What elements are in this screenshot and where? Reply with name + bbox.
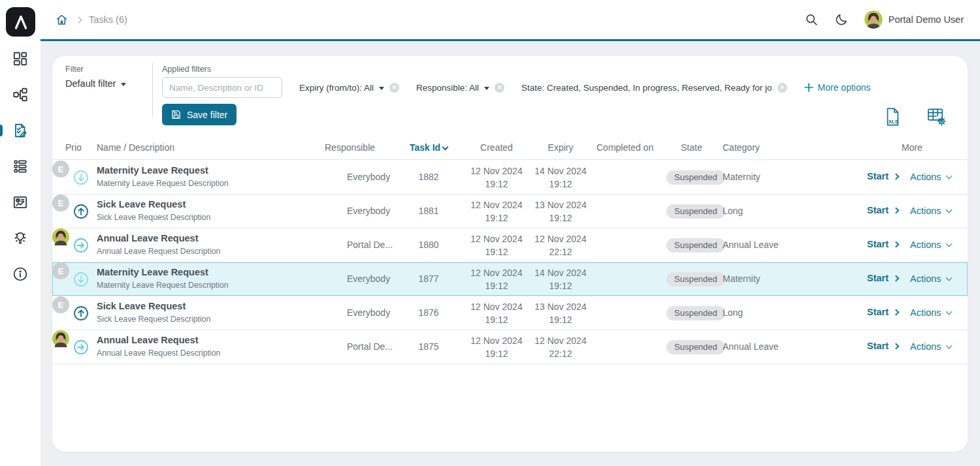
category-label: Long	[723, 206, 743, 216]
save-filter-button[interactable]: Save filter	[162, 104, 237, 125]
actions-button[interactable]: Actions	[910, 240, 951, 250]
expiry-date-line2: 19:12	[528, 313, 593, 326]
created-date-line1: 12 Nov 2024	[464, 198, 529, 211]
search-input[interactable]	[162, 77, 282, 98]
responsible-name: Everybody	[347, 273, 390, 284]
home-breadcrumb-link[interactable]	[55, 13, 69, 27]
column-header-name[interactable]: Name / Description	[97, 142, 174, 153]
expiry-date: 14 Nov 2024 19:12	[528, 266, 593, 292]
column-header-prio[interactable]: Prio	[65, 142, 82, 153]
app-logo[interactable]	[6, 7, 35, 37]
more-options-button[interactable]: More options	[804, 82, 871, 93]
filter-select-dropdown[interactable]: Default filter	[65, 78, 126, 89]
actions-button[interactable]: Actions	[910, 341, 951, 352]
cases-icon	[12, 158, 29, 175]
start-button-label: Start	[867, 171, 889, 181]
applied-filters-label: Applied filters	[162, 65, 211, 74]
task-name: Sick Leave Request	[97, 199, 186, 210]
table-row[interactable]: Annual Leave Request Annual Leave Reques…	[52, 228, 968, 262]
expiry-date: 12 Nov 2024 22:12	[528, 334, 593, 360]
dark-mode-toggle[interactable]	[834, 12, 849, 27]
created-date-line2: 19:12	[464, 211, 529, 225]
svg-text:XLS: XLS	[889, 119, 898, 125]
sidebar-item-processes[interactable]	[0, 85, 41, 103]
actions-button[interactable]: Actions	[910, 307, 951, 318]
export-xls-icon[interactable]: XLS	[883, 106, 902, 127]
state-badge: Suspended	[666, 340, 725, 354]
created-date-line1: 12 Nov 2024	[464, 334, 529, 347]
start-button[interactable]: Start	[867, 205, 898, 215]
filter-chip-expiry[interactable]: Expiry (from/to): All ✕	[299, 83, 399, 93]
remove-filter-icon[interactable]: ✕	[495, 83, 504, 93]
sidebar-item-info[interactable]	[0, 265, 41, 283]
created-date-line1: 12 Nov 2024	[464, 266, 529, 279]
created-date-line2: 19:12	[464, 178, 529, 191]
sidebar-item-tasks[interactable]	[0, 121, 41, 139]
sidebar-item-dashboard[interactable]	[0, 50, 41, 67]
expiry-date-line2: 22:12	[528, 347, 593, 360]
table-row[interactable]: Maternity Leave Request Maternity Leave …	[52, 262, 968, 296]
filter-chip-responsible[interactable]: Responsible: All ✕	[416, 83, 504, 93]
state-badge: Suspended	[666, 306, 725, 320]
table-row[interactable]: Sick Leave Request Sick Leave Request De…	[52, 296, 968, 330]
expiry-date-line2: 19:12	[528, 178, 593, 191]
actions-button[interactable]: Actions	[910, 206, 951, 216]
responsible-name: Everybody	[347, 307, 390, 318]
plus-icon	[804, 83, 813, 92]
actions-button[interactable]: Actions	[910, 273, 951, 284]
column-header-task-id[interactable]: Task Id	[397, 142, 460, 153]
expiry-date-line1: 12 Nov 2024	[528, 232, 593, 245]
sort-descending-icon	[442, 144, 449, 151]
table-row[interactable]: Sick Leave Request Sick Leave Request De…	[52, 194, 968, 228]
start-button-label: Start	[867, 341, 889, 351]
search-icon	[804, 12, 819, 27]
task-table-header: Prio Name / Description Responsible Task…	[52, 137, 968, 160]
table-settings-icon[interactable]	[926, 106, 947, 126]
responsible-name: Everybody	[347, 206, 390, 216]
created-date-line2: 19:12	[464, 313, 529, 326]
start-button-label: Start	[867, 239, 889, 249]
user-menu[interactable]: Portal Demo User	[864, 10, 964, 29]
column-header-category[interactable]: Category	[723, 142, 760, 153]
task-table-body: Maternity Leave Request Maternity Leave …	[52, 161, 968, 364]
topbar: Tasks (6)	[41, 0, 980, 39]
column-header-completed-on[interactable]: Completed on	[596, 142, 653, 153]
remove-filter-icon[interactable]: ✕	[389, 83, 399, 93]
expiry-date-line2: 19:12	[528, 211, 593, 225]
start-button[interactable]: Start	[867, 307, 898, 317]
home-icon	[55, 13, 69, 27]
filter-chip-state[interactable]: State: Created, Suspended, In progress, …	[521, 83, 787, 93]
start-button[interactable]: Start	[867, 273, 898, 283]
column-header-state[interactable]: State	[681, 142, 702, 153]
user-avatar	[864, 10, 883, 29]
sidebar-item-cases[interactable]	[0, 157, 41, 175]
chevron-right-icon	[893, 343, 900, 349]
breadcrumb-separator-icon	[76, 16, 82, 23]
table-row[interactable]: Maternity Leave Request Maternity Leave …	[52, 161, 968, 194]
expiry-date: 14 Nov 2024 19:12	[528, 164, 593, 191]
global-search-button[interactable]	[804, 12, 819, 27]
task-id: 1882	[397, 172, 460, 182]
priority-icon	[73, 305, 89, 321]
header-accent-divider	[41, 39, 980, 41]
sidebar-item-improvements[interactable]	[0, 229, 41, 247]
expiry-date: 13 Nov 2024 19:12	[528, 198, 593, 225]
column-header-responsible[interactable]: Responsible	[325, 142, 375, 153]
sidebar-item-statistics[interactable]	[0, 193, 41, 211]
start-button[interactable]: Start	[867, 171, 898, 181]
actions-button[interactable]: Actions	[910, 172, 951, 182]
created-date: 12 Nov 2024 19:12	[464, 266, 529, 292]
start-button[interactable]: Start	[867, 239, 898, 249]
chevron-right-icon	[893, 275, 900, 281]
created-date: 12 Nov 2024 19:12	[464, 232, 529, 258]
table-row[interactable]: Annual Leave Request Annual Leave Reques…	[52, 330, 968, 364]
column-header-expiry[interactable]: Expiry	[529, 142, 592, 153]
created-date: 12 Nov 2024 19:12	[464, 300, 529, 326]
main-content: Filter Default filter Applied filters Ex…	[41, 41, 980, 466]
start-button[interactable]: Start	[867, 341, 898, 351]
created-date: 12 Nov 2024 19:12	[464, 198, 529, 225]
remove-filter-icon[interactable]: ✕	[777, 83, 787, 93]
column-header-created[interactable]: Created	[464, 142, 529, 153]
state-badge: Suspended	[666, 272, 725, 287]
created-date: 12 Nov 2024 19:12	[464, 164, 529, 191]
